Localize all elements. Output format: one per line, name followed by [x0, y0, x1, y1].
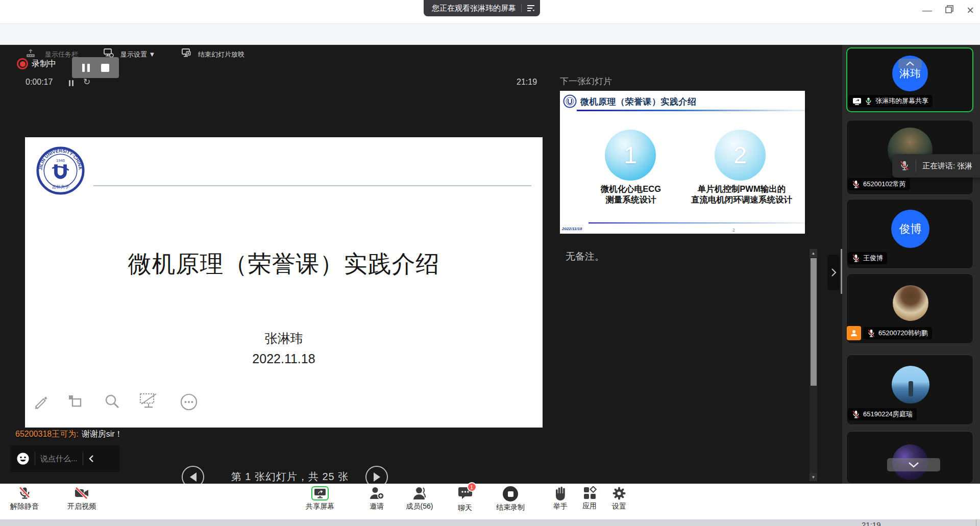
notes-scrollbar[interactable]: ▲ ▼: [810, 249, 817, 481]
restart-timer-button[interactable]: ↻: [83, 77, 90, 87]
participant-name: 65200102常芮: [863, 180, 906, 189]
stop-record-button[interactable]: 结束录制: [489, 484, 532, 518]
thumb-logo: [563, 94, 577, 108]
next-slide-thumbnail[interactable]: 微机原理（荣誉课）实践介绍 1 2 微机化心电ECG测量系统设计 单片机控制PW…: [560, 91, 805, 234]
mic-muted-icon: [852, 254, 860, 263]
mic-muted-icon: [852, 410, 860, 419]
scroll-down-icon[interactable]: ▼: [810, 473, 817, 481]
speaking-label: 正在讲话: 张淋: [922, 161, 972, 171]
chevron-up-icon: [905, 61, 915, 66]
gear-icon: [612, 486, 626, 500]
screen-share-icon: [852, 97, 862, 105]
unmute-button[interactable]: 解除静音: [3, 484, 46, 518]
thumb-underline: [577, 110, 805, 111]
blackout-screen-button[interactable]: [139, 392, 159, 410]
thumb-item1-caption: 微机化心电ECG测量系统设计: [580, 184, 682, 205]
participant-name: 65190224房庭瑞: [863, 410, 913, 419]
taskbar-divider: [976, 519, 976, 526]
participant-tile-sharer[interactable]: 淋玮 张淋玮的屏幕共享: [846, 47, 973, 112]
thumb-item1-circle: 1: [605, 130, 656, 181]
watching-banner[interactable]: 您正在观看张淋玮的屏幕: [424, 0, 540, 16]
mic-muted-icon: [899, 160, 910, 171]
raise-hand-icon: [554, 486, 567, 500]
participant-name: 65200720韩钧鹏: [878, 329, 928, 338]
scroll-up-overlay[interactable]: [898, 59, 922, 69]
more-options-button[interactable]: [180, 393, 198, 411]
taskbar-sliver: 21:19: [0, 519, 980, 526]
invite-button[interactable]: 邀请: [355, 484, 398, 518]
minimize-button[interactable]: —: [922, 3, 932, 17]
pause-recording-button[interactable]: [82, 64, 90, 72]
avatar-photo: [892, 366, 929, 404]
participant-name: 王俊博: [863, 254, 883, 263]
mic-muted-icon: [852, 180, 860, 189]
logo-cn-text: 吉林大学: [52, 184, 69, 189]
person-icon: [850, 329, 858, 337]
chat-message: 65200318王可为:谢谢房sir！: [15, 429, 123, 440]
mic-muted-icon: [18, 486, 32, 500]
apps-grid-icon: [583, 486, 597, 500]
speaking-indicator-tooltip: 正在讲话: 张淋: [892, 154, 980, 178]
participant-tile[interactable]: 俊博 王俊博: [846, 199, 973, 269]
slide-author: 张淋玮: [25, 330, 543, 347]
collapse-panel-handle[interactable]: [827, 255, 840, 290]
taskbar-clock-partial: 21:19: [862, 520, 892, 526]
collapse-chat-icon[interactable]: [88, 455, 94, 463]
current-slide: JILIN UNIVERSITY·CHINA 1946 吉林大学 微机原理（荣誉…: [25, 137, 543, 428]
chat-input-bar[interactable]: 说点什么...: [10, 445, 119, 472]
person-plus-icon: [369, 486, 384, 500]
camera-muted-icon: [75, 486, 89, 500]
slide-title: 微机原理（荣誉课）实践介绍: [25, 248, 543, 280]
share-screen-button[interactable]: 共享屏幕: [299, 484, 341, 518]
scroll-up-icon[interactable]: ▲: [810, 249, 817, 257]
logo-year: 1946: [56, 158, 65, 163]
avatar-photo: [893, 285, 928, 321]
slide-divider-line: [93, 185, 531, 186]
thumb-page-number: 2: [732, 228, 735, 233]
pill-divider: [521, 4, 522, 12]
recording-status: 录制中: [32, 59, 56, 69]
thumb-item2-circle: 2: [715, 130, 766, 181]
members-icon: [412, 486, 427, 500]
members-button[interactable]: 成员(56): [398, 484, 441, 518]
participant-tile[interactable]: 65200720韩钧鹏: [846, 273, 973, 344]
mic-active-icon: [865, 97, 872, 106]
zoom-slide-button[interactable]: [104, 393, 121, 410]
slide-date: 2022.11.18: [25, 352, 543, 366]
participant-name: 张淋玮的屏幕共享: [875, 96, 928, 106]
chat-sender: 65200318王可为:: [15, 430, 79, 438]
start-video-button[interactable]: 开启视频: [60, 484, 103, 518]
settings-button[interactable]: 设置: [598, 484, 641, 518]
participant-tile-partial[interactable]: [846, 431, 973, 484]
presentation-elapsed-time: 0:00:17: [26, 78, 53, 87]
scrollbar-thumb[interactable]: [811, 258, 817, 386]
thumb-item2-caption: 单片机控制PWM输出的直流电机闭环调速系统设计: [691, 184, 793, 205]
stop-recording-button[interactable]: [101, 64, 109, 72]
share-screen-icon: [311, 486, 329, 500]
scroll-down-overlay[interactable]: [887, 458, 940, 471]
taskbar-icon: [26, 48, 36, 60]
speaker-notes: 无备注。: [566, 250, 604, 263]
clock-time: 21:19: [517, 78, 537, 87]
next-icon: [374, 472, 380, 482]
watching-banner-text: 您正在观看张淋玮的屏幕: [432, 4, 516, 13]
display-settings-button[interactable]: 显示设置 ▼: [120, 50, 155, 59]
close-button[interactable]: ×: [967, 3, 974, 17]
agenda-menu-icon[interactable]: [527, 5, 535, 12]
bottom-toolbar: 解除静音 开启视频 共享屏幕 邀请 成员(56): [0, 484, 980, 519]
chat-input-placeholder[interactable]: 说点什么...: [40, 454, 78, 464]
participant-tile[interactable]: 65190224房庭瑞: [846, 355, 973, 425]
pause-timer-button[interactable]: [68, 79, 74, 88]
pen-tool-button[interactable]: [32, 393, 49, 410]
university-logo: JILIN UNIVERSITY·CHINA 1946 吉林大学: [36, 146, 85, 195]
see-all-slides-button[interactable]: [67, 394, 85, 409]
restore-button[interactable]: [945, 5, 953, 15]
participant-name-label: 王俊博: [848, 252, 887, 264]
emoji-icon[interactable]: [16, 452, 30, 465]
chat-button[interactable]: 1 聊天: [444, 484, 486, 518]
mic-muted-icon: [867, 329, 875, 338]
meeting-info-bar: 01:00:52 演讲者视图 ▼: [0, 23, 980, 45]
end-slideshow-button[interactable]: 结束幻灯片放映: [198, 50, 244, 59]
window-titlebar: 您正在观看张淋玮的屏幕 — ×: [0, 0, 980, 23]
thumb-bottom-line: [589, 222, 805, 223]
